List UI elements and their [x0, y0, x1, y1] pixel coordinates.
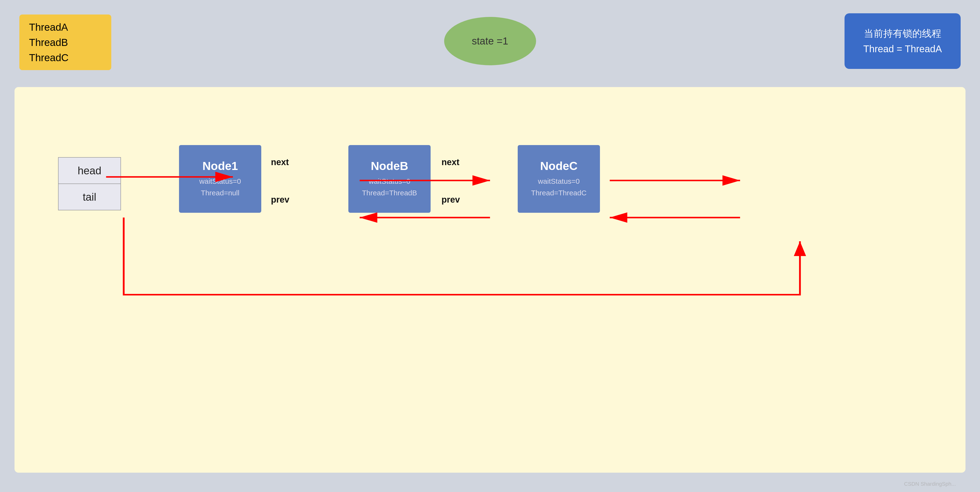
head-tail-box: head tail	[58, 157, 121, 210]
nodeB-thread: Thread=ThreadB	[362, 189, 417, 197]
head-label: head	[78, 165, 101, 177]
node1-wait-status: waitStatus=0	[199, 177, 241, 185]
lock-holder-box: 当前持有锁的线程 Thread = ThreadA	[845, 13, 961, 69]
node1-title: Node1	[202, 159, 238, 173]
nodeB-box: NodeB waitStatus=0 Thread=ThreadB	[348, 145, 431, 213]
nodeC-info: waitStatus=0 Thread=ThreadC	[531, 176, 586, 199]
lock-holder-line2: Thread = ThreadA	[863, 43, 942, 54]
prev-label-1: prev	[271, 195, 290, 205]
node1-box: Node1 waitStatus=0 Thread=null	[179, 145, 261, 213]
main-diagram-container: head tail Node1 waitStatus=0 Thread=null…	[14, 87, 966, 473]
nodeC-wait-status: waitStatus=0	[538, 177, 580, 185]
nodeB-wait-status: waitStatus=0	[369, 177, 410, 185]
nodeB-info: waitStatus=0 Thread=ThreadB	[362, 176, 417, 199]
next-label-2: next	[442, 157, 460, 167]
lock-holder-line1: 当前持有锁的线程	[864, 28, 941, 39]
state-ellipse: state =1	[444, 17, 536, 65]
prev-label-2: prev	[442, 195, 460, 205]
threads-text: ThreadAThreadBThreadC	[29, 20, 68, 65]
tail-label: tail	[83, 191, 96, 203]
tail-cell: tail	[59, 184, 121, 210]
nodeB-title: NodeB	[371, 159, 408, 173]
state-label: state =1	[472, 35, 508, 47]
node1-info: waitStatus=0 Thread=null	[199, 176, 241, 199]
lock-holder-text: 当前持有锁的线程 Thread = ThreadA	[863, 25, 942, 57]
next-label-1: next	[271, 157, 289, 167]
arrows-svg	[14, 87, 966, 473]
nodeC-thread: Thread=ThreadC	[531, 189, 586, 197]
node1-thread: Thread=null	[201, 189, 239, 197]
nodeC-title: NodeC	[540, 159, 578, 173]
nodeC-box: NodeC waitStatus=0 Thread=ThreadC	[518, 145, 600, 213]
threads-box: ThreadAThreadBThreadC	[19, 14, 111, 70]
watermark: CSDN ShardingSph...	[904, 481, 956, 487]
head-cell: head	[59, 158, 121, 184]
